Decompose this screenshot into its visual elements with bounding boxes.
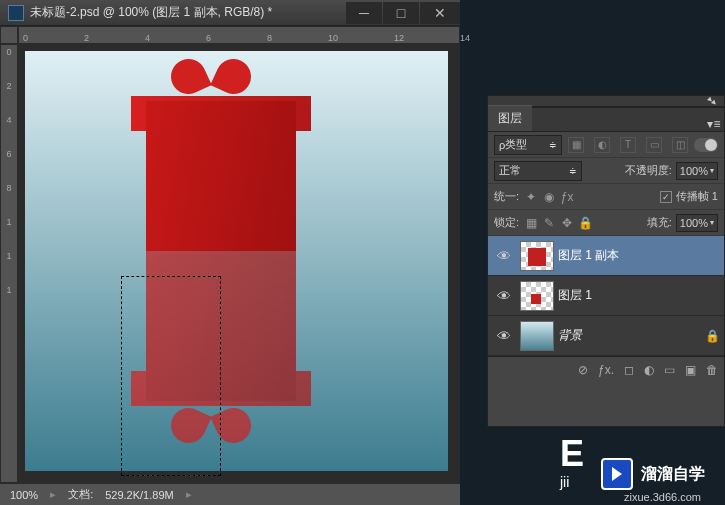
layer-item[interactable]: 👁 图层 1 副本	[488, 236, 724, 276]
filter-adjust-icon[interactable]: ◐	[594, 137, 610, 153]
layers-panel: 图层 ▾≡ ρ 类型 ≑ ▦ ◐ T ▭ ◫ 正常 ≑ 不透明度: 100%▾ …	[487, 107, 725, 427]
gift-box-image	[131, 51, 311, 251]
status-bar: 100% ▸ 文档: 529.2K/1.89M ▸	[0, 483, 460, 505]
ruler-horizontal[interactable]: 0 2 4 6 8 10 12 14	[18, 26, 460, 44]
document-title: 未标题-2.psd @ 100% (图层 1 副本, RGB/8) *	[30, 4, 345, 21]
canvas-area[interactable]	[18, 44, 460, 483]
maximize-button[interactable]: □	[383, 2, 419, 24]
panel-footer: ⊘ ƒx. ◻ ◐ ▭ ▣ 🗑	[488, 356, 724, 382]
doc-size-label: 文档:	[68, 487, 93, 502]
layer-thumbnail[interactable]	[520, 321, 554, 351]
panel-menu-icon[interactable]: ▾≡	[704, 117, 724, 131]
lock-icon: 🔒	[700, 329, 724, 343]
unify-style-icon[interactable]: ƒx	[559, 189, 575, 205]
lock-label: 锁定:	[494, 215, 519, 230]
unify-visibility-icon[interactable]: ◉	[541, 189, 557, 205]
document-titlebar: 未标题-2.psd @ 100% (图层 1 副本, RGB/8) * ─ □ …	[0, 0, 460, 26]
ruler-corner[interactable]	[0, 26, 18, 44]
play-icon	[601, 458, 633, 490]
new-layer-icon[interactable]: ▣	[685, 363, 696, 377]
group-icon[interactable]: ▭	[664, 363, 675, 377]
filter-pixel-icon[interactable]: ▦	[568, 137, 584, 153]
doc-size-value: 529.2K/1.89M	[105, 489, 174, 501]
tab-layers[interactable]: 图层	[488, 105, 532, 131]
watermark: 溜溜自学	[601, 458, 705, 490]
fill-input[interactable]: 100%▾	[676, 214, 718, 232]
layer-item[interactable]: 👁 图层 1	[488, 276, 724, 316]
lock-image-icon[interactable]: ✎	[541, 215, 557, 231]
marquee-selection[interactable]	[121, 276, 221, 476]
chevron-down-icon: ▾	[710, 166, 714, 175]
chevron-down-icon: ▾	[710, 218, 714, 227]
delete-icon[interactable]: 🗑	[706, 363, 718, 377]
opacity-input[interactable]: 100%▾	[676, 162, 718, 180]
lock-all-icon[interactable]: 🔒	[577, 215, 593, 231]
layer-name[interactable]: 图层 1 副本	[558, 247, 724, 264]
collapse-chevron-icon: ▸▸	[706, 94, 720, 108]
unify-position-icon[interactable]: ✦	[523, 189, 539, 205]
filter-kind-dropdown[interactable]: ρ 类型 ≑	[494, 135, 562, 155]
adjustment-icon[interactable]: ◐	[644, 363, 654, 377]
opacity-label: 不透明度:	[625, 163, 672, 178]
document-window: 未标题-2.psd @ 100% (图层 1 副本, RGB/8) * ─ □ …	[0, 0, 460, 505]
zoom-chevron-icon[interactable]: ▸	[50, 488, 56, 501]
zoom-level[interactable]: 100%	[10, 489, 38, 501]
minimize-button[interactable]: ─	[346, 2, 382, 24]
lock-position-icon[interactable]: ✥	[559, 215, 575, 231]
ps-icon	[8, 5, 24, 21]
ruler-vertical[interactable]: 0 2 4 6 8 1 1 1	[0, 44, 18, 483]
filter-type-icon[interactable]: T	[620, 137, 636, 153]
unify-row: 统一: ✦ ◉ ƒx ✓ 传播帧 1	[488, 184, 724, 210]
fx-icon[interactable]: ƒx.	[598, 363, 614, 377]
layer-item[interactable]: 👁 背景 🔒	[488, 316, 724, 356]
fill-label: 填充:	[647, 215, 672, 230]
layer-name[interactable]: 图层 1	[558, 287, 724, 304]
filter-smart-icon[interactable]: ◫	[672, 137, 688, 153]
propagate-label: 传播帧 1	[676, 189, 718, 204]
lock-row: 锁定: ▦ ✎ ✥ 🔒 填充: 100%▾	[488, 210, 724, 236]
layer-name[interactable]: 背景	[558, 327, 700, 344]
link-layers-icon[interactable]: ⊘	[578, 363, 588, 377]
visibility-icon[interactable]: 👁	[492, 288, 516, 304]
filter-toggle[interactable]	[694, 138, 718, 152]
blend-mode-dropdown[interactable]: 正常 ≑	[494, 161, 582, 181]
watermark-e: E	[560, 433, 584, 475]
chevron-down-icon: ≑	[569, 166, 577, 176]
filter-row: ρ 类型 ≑ ▦ ◐ T ▭ ◫	[488, 132, 724, 158]
filter-shape-icon[interactable]: ▭	[646, 137, 662, 153]
mask-icon[interactable]: ◻	[624, 363, 634, 377]
panel-tabs: 图层 ▾≡	[488, 108, 724, 132]
watermark-url: zixue.3d66.com	[624, 491, 701, 503]
visibility-icon[interactable]: 👁	[492, 248, 516, 264]
propagate-checkbox[interactable]: ✓	[660, 191, 672, 203]
lock-transparent-icon[interactable]: ▦	[523, 215, 539, 231]
close-button[interactable]: ✕	[420, 2, 460, 24]
status-chevron-icon[interactable]: ▸	[186, 488, 192, 501]
watermark-text: 溜溜自学	[641, 464, 705, 485]
canvas[interactable]	[25, 51, 448, 471]
watermark-jii: jii	[560, 474, 569, 490]
blend-row: 正常 ≑ 不透明度: 100%▾	[488, 158, 724, 184]
layer-thumbnail[interactable]	[520, 281, 554, 311]
layers-list: 👁 图层 1 副本 👁 图层 1 👁 背景 🔒	[488, 236, 724, 356]
unify-label: 统一:	[494, 189, 519, 204]
chevron-down-icon: ≑	[549, 140, 557, 150]
layer-thumbnail[interactable]	[520, 241, 554, 271]
visibility-icon[interactable]: 👁	[492, 328, 516, 344]
